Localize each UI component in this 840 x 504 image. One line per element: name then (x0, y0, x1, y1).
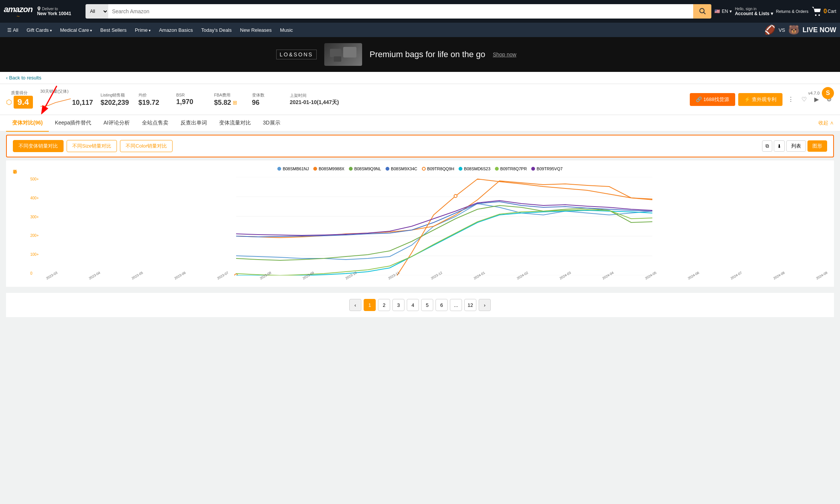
btn-1688[interactable]: 🔗 1688找货源 (690, 93, 735, 106)
nav-todays-deals[interactable]: Today's Deals (198, 25, 235, 35)
chart-line-1 (236, 181, 652, 238)
nav-medical-care[interactable]: Medical Care (57, 25, 95, 35)
page-btn-6[interactable]: 6 (436, 299, 448, 311)
legend-label-6: B09TR8Q7PR (500, 166, 527, 171)
chart-view-btn[interactable]: 图形 (807, 140, 827, 152)
avg-price-block: 均价 $19.72 (138, 92, 169, 107)
svg-point-3 (818, 14, 820, 16)
banner-text: Premium bags for life on the go (370, 50, 485, 59)
quality-label: 质量得分 (11, 90, 28, 96)
x-axis-labels: 2023-03 2023-04 2023-05 2023-06 2023-07 … (45, 277, 828, 281)
listing-date-label: 上架时间 (290, 93, 339, 98)
legend-label-3: B08SM9X34C (391, 166, 417, 171)
deliver-label: Deliver to (37, 6, 82, 11)
deliver-to[interactable]: Deliver to New York 10041 (37, 6, 82, 16)
nav-prime[interactable]: Prime (131, 25, 154, 35)
cart-icon (811, 6, 823, 17)
fba-block: FBA费用 $5.82 ⊞ (214, 92, 244, 107)
prev-page-btn[interactable]: ‹ (349, 299, 361, 311)
page-btn-1[interactable]: 1 (364, 299, 376, 311)
tab-3d[interactable]: 3D展示 (257, 115, 286, 132)
y-axis: 子体销量 (12, 177, 27, 281)
chart-line-0 (236, 204, 652, 260)
next-page-btn[interactable]: › (479, 299, 491, 311)
page-btn-5[interactable]: 5 (421, 299, 433, 311)
page-btn-2[interactable]: 2 (378, 299, 390, 311)
legend-item-2: B08SM9Q9NL (349, 166, 381, 171)
returns-orders[interactable]: Returns & Orders (776, 9, 809, 14)
tab-keepa[interactable]: Keepa插件替代 (49, 115, 97, 132)
listing-label: Listing销售额 (101, 92, 131, 98)
search-button[interactable] (693, 4, 711, 19)
filter-btn-color[interactable]: 不同Color销量对比 (120, 140, 173, 152)
nav-all[interactable]: ☰ All (4, 25, 22, 35)
listing-date-block: 上架时间 2021-01-10(1,447天) (290, 93, 339, 106)
tab-all-sites[interactable]: 全站点售卖 (136, 115, 174, 132)
nav-best-sellers[interactable]: Best Sellers (97, 25, 130, 35)
svg-rect-4 (330, 49, 341, 57)
filter-btn-variant[interactable]: 不同变体销量对比 (13, 140, 64, 152)
cart-count: 0 (823, 8, 827, 15)
location-icon (37, 6, 41, 11)
amazon-logo[interactable]: amazon 〜 (4, 5, 33, 19)
bag-image (328, 45, 358, 64)
copy-button[interactable]: ⧉ (762, 140, 772, 152)
favorite-button[interactable]: ♡ (799, 93, 809, 106)
legend-item-7: B09TR95VQ7 (531, 166, 562, 171)
chart-line-3 (236, 202, 652, 237)
nav-gift-cards[interactable]: Gift Cards (23, 25, 55, 35)
language-selector[interactable]: 🇺🇸 EN ▾ (714, 9, 732, 14)
nav-amazon-basics[interactable]: Amazon Basics (156, 25, 196, 35)
collapse-button[interactable]: 收起 ∧ (818, 120, 834, 126)
legend-label-0: B08SMB61NJ (283, 166, 309, 171)
svg-rect-5 (343, 47, 356, 58)
tab-ai-review[interactable]: AI评论分析 (97, 115, 135, 132)
nav-music[interactable]: Music (277, 25, 296, 35)
vs-text: VS (779, 27, 785, 33)
chart-legend: B08SMB61NJ B08SM9988X B08SM9Q9NL B08SM9X… (12, 166, 828, 171)
legend-label-2: B08SM9Q9NL (354, 166, 381, 171)
filter-btn-size[interactable]: 不同Size销量对比 (67, 140, 117, 152)
page-btn-3[interactable]: 3 (392, 299, 404, 311)
nav-new-releases[interactable]: New Releases (236, 25, 275, 35)
sales-value: 10,117 (72, 99, 93, 107)
variants-label: 变体数 (252, 92, 282, 98)
page-btn-12[interactable]: 12 (464, 299, 476, 311)
back-link[interactable]: Back to results (6, 75, 41, 81)
banner-shop-link[interactable]: Shop now (493, 51, 516, 58)
svg-point-15 (454, 194, 457, 198)
view-toggle: ⧉ ⬇ 列表 图形 (762, 140, 827, 152)
legend-dot-5 (459, 167, 462, 171)
mini-chart (40, 95, 71, 110)
tab-reverse-keywords[interactable]: 反查出单词 (174, 115, 213, 132)
team2-icon: 🐻 (788, 25, 800, 35)
legend-dot-4 (422, 167, 426, 171)
download-button[interactable]: ⬇ (774, 140, 785, 152)
chart-line-5 (236, 210, 652, 275)
page-btn-4[interactable]: 4 (407, 299, 419, 311)
banner-image (324, 43, 362, 66)
live-now-label: LIVE NOW (803, 26, 836, 34)
legend-item-5: B08SMD6S23 (459, 166, 490, 171)
cart-button[interactable]: 0 Cart (811, 6, 836, 17)
banner-inner: LO&SONS Premium bags for life on the go … (276, 43, 564, 66)
search-input[interactable] (108, 4, 694, 19)
more-options-button[interactable]: ⋮ (786, 93, 796, 106)
account-menu[interactable]: Hello, sign in Account & Lists ▾ (735, 7, 773, 16)
nav-sports: 🏈 VS 🐻 LIVE NOW (764, 25, 836, 35)
tab-traffic[interactable]: 变体流量对比 (213, 115, 257, 132)
greeting-text: Hello, sign in (735, 7, 773, 11)
tab-variant-compare[interactable]: 变体对比(96) (6, 115, 49, 132)
legend-dot-0 (277, 167, 281, 171)
main-tabs: 变体对比(96) Keepa插件替代 AI评论分析 全站点售卖 反查出单词 变体… (0, 115, 840, 132)
fba-value: $5.82 (214, 99, 231, 107)
btn-patent[interactable]: ⚡ 查外观专利 (738, 93, 782, 106)
table-view-btn[interactable]: 列表 (786, 140, 806, 152)
chart-line-4 (236, 179, 652, 275)
search-container: All (86, 4, 712, 19)
version-text: v4.7.0 (808, 91, 820, 95)
page-btn-ellipsis[interactable]: ... (450, 299, 462, 311)
sales-block: 30天销量(父体) 10,117 (40, 89, 93, 110)
search-category-select[interactable]: All (86, 4, 108, 19)
legend-item-3: B08SM9X34C (386, 166, 417, 171)
